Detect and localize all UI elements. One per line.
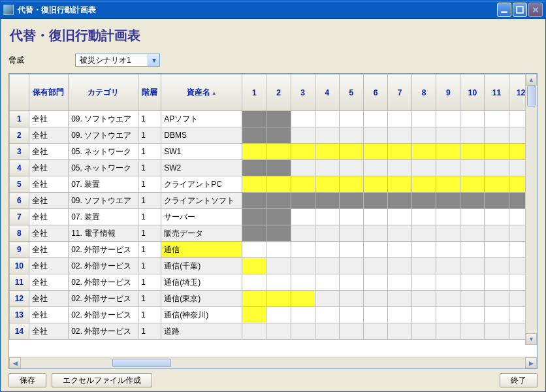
- day-cell[interactable]: [436, 111, 460, 127]
- day-cell[interactable]: [339, 274, 363, 291]
- day-cell[interactable]: [242, 127, 266, 144]
- row-number[interactable]: 3: [10, 144, 29, 160]
- day-cell[interactable]: [485, 291, 509, 307]
- day-cell[interactable]: [291, 209, 315, 225]
- cell-category[interactable]: 02. 外部サービス: [69, 291, 138, 307]
- day-cell[interactable]: [363, 323, 387, 340]
- day-cell[interactable]: [436, 176, 460, 193]
- cell-category[interactable]: 09. ソフトウエア: [69, 193, 138, 209]
- day-cell[interactable]: [339, 225, 363, 242]
- day-cell[interactable]: [460, 242, 485, 258]
- cell-category[interactable]: 07. 装置: [69, 209, 138, 225]
- day-cell[interactable]: [242, 225, 266, 242]
- col-day-10[interactable]: 10: [460, 74, 485, 111]
- day-cell[interactable]: [242, 307, 266, 323]
- day-cell[interactable]: [291, 144, 315, 160]
- day-cell[interactable]: [388, 127, 412, 144]
- cell-tier[interactable]: 1: [138, 274, 161, 291]
- cell-dept[interactable]: 全社: [29, 323, 68, 340]
- day-cell[interactable]: [266, 258, 291, 274]
- day-cell[interactable]: [460, 193, 485, 209]
- day-cell[interactable]: [315, 160, 339, 176]
- col-asset[interactable]: 資産名▲: [161, 74, 242, 111]
- table-row[interactable]: 14全社02. 外部サービス1道路: [10, 323, 538, 340]
- day-cell[interactable]: [291, 160, 315, 176]
- cell-tier[interactable]: 1: [138, 291, 161, 307]
- day-cell[interactable]: [485, 323, 509, 340]
- day-cell[interactable]: [315, 144, 339, 160]
- day-cell[interactable]: [388, 209, 412, 225]
- day-cell[interactable]: [339, 323, 363, 340]
- day-cell[interactable]: [412, 144, 436, 160]
- day-cell[interactable]: [266, 127, 291, 144]
- col-day-9[interactable]: 9: [436, 74, 460, 111]
- cell-category[interactable]: 02. 外部サービス: [69, 258, 138, 274]
- table-row[interactable]: 7全社07. 装置1サーバー: [10, 209, 538, 225]
- cell-tier[interactable]: 1: [138, 193, 161, 209]
- day-cell[interactable]: [291, 242, 315, 258]
- table-row[interactable]: 13全社02. 外部サービス1通信(神奈川): [10, 307, 538, 323]
- day-cell[interactable]: [485, 225, 509, 242]
- day-cell[interactable]: [266, 209, 291, 225]
- day-cell[interactable]: [388, 225, 412, 242]
- day-cell[interactable]: [315, 323, 339, 340]
- day-cell[interactable]: [412, 225, 436, 242]
- day-cell[interactable]: [485, 111, 509, 127]
- day-cell[interactable]: [339, 193, 363, 209]
- day-cell[interactable]: [242, 274, 266, 291]
- row-number[interactable]: 2: [10, 127, 29, 144]
- day-cell[interactable]: [242, 160, 266, 176]
- table-row[interactable]: 10全社02. 外部サービス1通信(千葉): [10, 258, 538, 274]
- day-cell[interactable]: [436, 225, 460, 242]
- day-cell[interactable]: [339, 144, 363, 160]
- cell-dept[interactable]: 全社: [29, 258, 68, 274]
- cell-asset[interactable]: サーバー: [161, 209, 242, 225]
- day-cell[interactable]: [460, 307, 485, 323]
- day-cell[interactable]: [315, 193, 339, 209]
- table-row[interactable]: 1全社09. ソフトウエア1APソフト: [10, 111, 538, 127]
- cell-dept[interactable]: 全社: [29, 193, 68, 209]
- scroll-up-icon[interactable]: ▲: [526, 74, 537, 86]
- day-cell[interactable]: [363, 225, 387, 242]
- day-cell[interactable]: [460, 225, 485, 242]
- day-cell[interactable]: [242, 176, 266, 193]
- day-cell[interactable]: [291, 127, 315, 144]
- day-cell[interactable]: [412, 127, 436, 144]
- day-cell[interactable]: [436, 144, 460, 160]
- col-day-4[interactable]: 4: [315, 74, 339, 111]
- cell-asset[interactable]: 道路: [161, 323, 242, 340]
- day-cell[interactable]: [363, 111, 387, 127]
- day-cell[interactable]: [485, 127, 509, 144]
- day-cell[interactable]: [339, 258, 363, 274]
- day-cell[interactable]: [315, 274, 339, 291]
- day-cell[interactable]: [412, 160, 436, 176]
- cell-category[interactable]: 02. 外部サービス: [69, 307, 138, 323]
- cell-tier[interactable]: 1: [138, 111, 161, 127]
- day-cell[interactable]: [315, 225, 339, 242]
- day-cell[interactable]: [485, 144, 509, 160]
- cell-dept[interactable]: 全社: [29, 176, 68, 193]
- row-number[interactable]: 6: [10, 193, 29, 209]
- day-cell[interactable]: [266, 193, 291, 209]
- day-cell[interactable]: [485, 307, 509, 323]
- table-row[interactable]: 3全社05. ネットワーク1SW1: [10, 144, 538, 160]
- cell-tier[interactable]: 1: [138, 258, 161, 274]
- day-cell[interactable]: [412, 258, 436, 274]
- day-cell[interactable]: [315, 258, 339, 274]
- day-cell[interactable]: [485, 258, 509, 274]
- chevron-down-icon[interactable]: ▾: [148, 54, 159, 66]
- day-cell[interactable]: [388, 144, 412, 160]
- scroll-down-icon[interactable]: ▼: [526, 333, 537, 345]
- vertical-scrollbar[interactable]: ▲ ▼: [525, 74, 537, 345]
- day-cell[interactable]: [363, 258, 387, 274]
- day-cell[interactable]: [291, 274, 315, 291]
- cell-tier[interactable]: 1: [138, 176, 161, 193]
- col-dept[interactable]: 保有部門: [29, 74, 68, 111]
- scroll-thumb-h[interactable]: [112, 359, 171, 367]
- cell-asset[interactable]: DBMS: [161, 127, 242, 144]
- row-number[interactable]: 7: [10, 209, 29, 225]
- day-cell[interactable]: [388, 242, 412, 258]
- day-cell[interactable]: [412, 176, 436, 193]
- cell-tier[interactable]: 1: [138, 144, 161, 160]
- day-cell[interactable]: [436, 209, 460, 225]
